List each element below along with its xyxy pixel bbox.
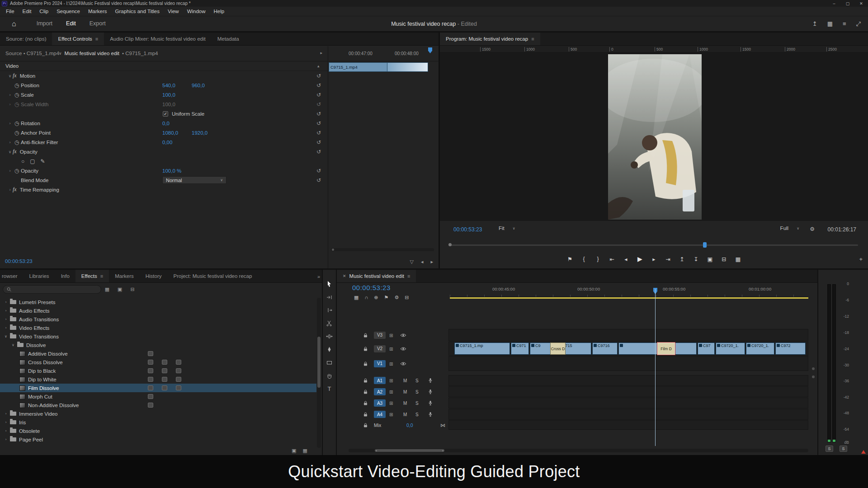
caption-settings-icon[interactable]: ⊟ [405, 295, 409, 300]
fx-badge-icon[interactable]: fx [13, 148, 17, 155]
tree-item-iris[interactable]: ›Iris [0, 418, 316, 427]
track-mix-lane[interactable] [448, 420, 808, 430]
tab-markers[interactable]: Markers [109, 270, 140, 282]
hand-tool-icon[interactable] [326, 371, 334, 380]
lift-icon[interactable]: ↥ [679, 256, 685, 263]
timeline-clip[interactable]: C972 [775, 343, 806, 355]
menu-file[interactable]: File [2, 9, 19, 14]
menu-edit[interactable]: Edit [19, 9, 36, 14]
quick-export-icon[interactable]: ↥ [812, 20, 817, 28]
solo-button[interactable]: S [415, 378, 419, 383]
anchor-x-value[interactable]: 1080,0 [162, 130, 178, 136]
menu-markers[interactable]: Markers [84, 9, 111, 14]
tab-effects[interactable]: Effects≡ [75, 270, 109, 282]
playhead-marker[interactable] [428, 47, 432, 53]
tree-item-audio-effects[interactable]: ›Audio Effects [0, 306, 316, 315]
twirl-icon[interactable]: › [4, 429, 8, 433]
nest-sequence-icon[interactable]: ▦ [354, 295, 359, 300]
tab-program-monitor[interactable]: Program: Music festival video recap≡ [440, 33, 540, 45]
minimize-button[interactable]: – [827, 0, 841, 7]
selection-tool-icon[interactable] [326, 280, 334, 288]
track-target-a4[interactable]: A4 [374, 411, 386, 418]
reset-icon[interactable]: ↺ [316, 139, 321, 145]
solo-left-button[interactable]: S [826, 446, 833, 452]
reset-icon[interactable]: ↺ [316, 82, 321, 89]
slip-tool-icon[interactable] [326, 332, 334, 340]
reset-icon[interactable]: ↺ [316, 120, 321, 127]
panel-menu-icon[interactable]: ≡ [843, 20, 846, 28]
video-section-header[interactable]: Video ▴ [0, 61, 328, 71]
program-timecode[interactable]: 00:00:53:23 [453, 226, 482, 233]
workspace-tab-import[interactable]: Import [30, 16, 59, 31]
sequence-clip-selector[interactable]: ∨ Music festival video edit • C9715_1.mp… [59, 51, 158, 56]
sync-lock-icon[interactable]: ⊞ [389, 361, 393, 366]
fullscreen-icon[interactable]: ⤢ [856, 20, 861, 28]
tree-item-lumetri-presets[interactable]: ›Lumetri Presets [0, 298, 316, 306]
tree-item-video-effects[interactable]: ›Video Effects [0, 324, 316, 332]
reset-icon[interactable]: ↺ [316, 130, 321, 136]
tree-item-dip-to-black[interactable]: Dip to Black [0, 366, 316, 375]
pen-mask-icon[interactable]: ✎ [41, 158, 45, 164]
twirl-icon[interactable]: › [4, 309, 8, 313]
menu-help[interactable]: Help [210, 9, 229, 14]
solo-button[interactable]: S [415, 389, 419, 394]
menu-graphics-titles[interactable]: Graphics and Titles [111, 9, 164, 14]
playhead-line[interactable] [655, 289, 656, 446]
twirl-closed-icon[interactable]: › [7, 93, 13, 97]
anti-flicker-value[interactable]: 0,00 [162, 140, 172, 145]
tab-effect-controls[interactable]: Effect Controls≡ [52, 33, 104, 45]
go-to-in-icon[interactable]: ⇤ [609, 256, 615, 263]
go-to-out-icon[interactable]: ⇥ [665, 256, 671, 263]
tree-item-morph-cut[interactable]: Morph Cut [0, 392, 316, 401]
timeline-settings-wrench-icon[interactable]: ⚙ [394, 295, 399, 300]
program-scrubber[interactable] [450, 242, 858, 248]
panel-menu-icon[interactable]: ≡ [100, 273, 103, 279]
track-lock-icon[interactable] [363, 346, 368, 351]
reset-icon[interactable]: ↺ [316, 149, 321, 155]
snap-icon[interactable]: ∩ [364, 295, 368, 300]
voiceover-record-mic-icon[interactable] [429, 389, 432, 394]
previous-keyframe-icon[interactable]: ◂ [421, 259, 424, 265]
tab-metadata[interactable]: Metadata [212, 33, 245, 45]
anchor-y-value[interactable]: 1920,0 [192, 130, 208, 136]
track-v3-lane[interactable] [448, 329, 808, 341]
track-lock-icon[interactable] [363, 378, 368, 383]
mute-button[interactable]: M [403, 389, 407, 394]
tree-item-obsolete[interactable]: ›Obsolete [0, 427, 316, 435]
toggle-animation-icon[interactable]: ◷ [13, 168, 21, 174]
track-target-a2[interactable]: A2 [374, 388, 386, 395]
menu-sequence[interactable]: Sequence [52, 9, 84, 14]
play-icon[interactable]: ▶ [637, 255, 643, 263]
sync-lock-icon[interactable]: ⊞ [389, 346, 393, 351]
tab-history[interactable]: History [140, 270, 168, 282]
type-tool-icon[interactable]: T [326, 385, 334, 393]
tree-item-dip-to-white[interactable]: Dip to White [0, 375, 316, 384]
effect-controls-timecode[interactable]: 00:00:53:23 [5, 258, 33, 264]
tree-item-page-peel[interactable]: ›Page Peel [0, 435, 316, 444]
uniform-scale-checkbox[interactable]: ✓ [163, 111, 168, 117]
toggle-animation-icon[interactable]: ◷ [13, 139, 21, 145]
twirl-open-icon[interactable]: ∨ [7, 74, 13, 78]
rectangle-mask-icon[interactable]: ▢ [30, 158, 35, 164]
effects-search-input[interactable] [14, 286, 97, 293]
mark-out-icon[interactable]: } [595, 256, 601, 262]
tab-libraries[interactable]: Libraries [24, 270, 55, 282]
twirl-closed-icon[interactable]: › [7, 169, 13, 173]
close-button[interactable]: ✕ [854, 0, 868, 7]
effects-search-box[interactable] [3, 285, 101, 294]
mix-level-value[interactable]: 0,0 [406, 422, 413, 428]
razor-tool-icon[interactable] [326, 319, 334, 327]
tree-item-immersive-video[interactable]: ›Immersive Video [0, 409, 316, 418]
maximize-button[interactable]: ▢ [841, 0, 854, 7]
solo-right-button[interactable]: S [840, 446, 847, 452]
twirl-open-icon[interactable]: ∨ [4, 334, 8, 338]
opacity-effect-row[interactable]: ∨ fx Opacity ↺ [0, 147, 328, 156]
sync-lock-icon[interactable]: ⊞ [389, 389, 393, 394]
reset-icon[interactable]: ↺ [316, 168, 321, 174]
twirl-icon[interactable]: › [4, 420, 8, 424]
button-editor-plus-icon[interactable]: + [859, 256, 863, 263]
collapse-icon[interactable]: ▴ [317, 64, 320, 68]
tab-media-browser[interactable]: rowser [0, 270, 24, 282]
twirl-closed-icon[interactable]: › [7, 140, 13, 145]
workspace-tab-edit[interactable]: Edit [59, 16, 83, 31]
